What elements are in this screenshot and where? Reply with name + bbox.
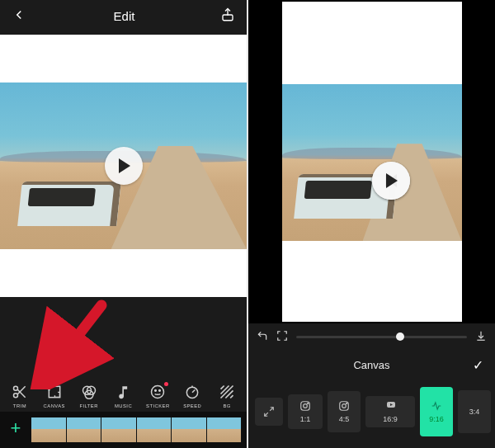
- screen-title: Edit: [28, 9, 220, 23]
- ratio-label: 9:16: [429, 415, 444, 423]
- ratio-label: 4:5: [339, 415, 350, 423]
- bg-icon: [218, 383, 236, 401]
- tool-label: BG: [223, 403, 230, 408]
- ratio-9_16[interactable]: 9:16: [420, 387, 453, 436]
- add-clip-button[interactable]: +: [5, 419, 26, 441]
- transport-bar: [248, 323, 495, 350]
- edit-toolbar: TRIMCANVASFILTERMUSICSTICKERSPEEDBG: [0, 378, 247, 412]
- canvas-preview[interactable]: [248, 0, 495, 323]
- svg-line-21: [270, 408, 273, 411]
- tool-label: SPEED: [183, 403, 201, 408]
- fullscreen-button[interactable]: [276, 330, 288, 343]
- svg-point-27: [342, 404, 346, 408]
- filter-icon: [80, 383, 98, 401]
- ratio-1_1[interactable]: 1:1: [288, 394, 323, 429]
- ratio-label: 3:4: [469, 408, 480, 416]
- ratio-label: 16:9: [383, 415, 398, 423]
- tool-music[interactable]: MUSIC: [107, 383, 140, 408]
- back-button[interactable]: [12, 7, 28, 25]
- play-icon: [119, 158, 130, 173]
- tool-filter[interactable]: FILTER: [73, 383, 106, 408]
- top-bar: Edit: [0, 0, 247, 31]
- tool-label: FILTER: [79, 403, 98, 408]
- export-icon[interactable]: [220, 7, 235, 25]
- undo-button[interactable]: [257, 330, 268, 343]
- aspect-ratio-row: 1:14:516:99:163:44:3: [248, 380, 495, 444]
- svg-point-10: [155, 390, 157, 392]
- scrubber-knob[interactable]: [396, 332, 404, 341]
- timeline[interactable]: [31, 417, 242, 442]
- ratio-free[interactable]: [255, 398, 283, 426]
- video-preview[interactable]: [0, 35, 247, 297]
- svg-point-11: [159, 390, 161, 392]
- speed-icon: [183, 383, 201, 401]
- svg-point-24: [304, 404, 308, 408]
- trim-icon: [11, 383, 29, 401]
- play-button[interactable]: [372, 162, 410, 200]
- canvas-icon: [45, 383, 64, 401]
- app-icon: [431, 400, 442, 412]
- tool-sticker[interactable]: STICKER: [141, 383, 174, 408]
- play-icon: [386, 173, 398, 188]
- svg-rect-0: [223, 15, 233, 21]
- download-button[interactable]: [475, 330, 487, 343]
- edit-screen: Edit TRIMCANVASFILTERMUSICSTICKERSPEEDBG: [0, 0, 247, 448]
- ratio-4_5[interactable]: 4:5: [328, 391, 361, 432]
- instagram-icon: [338, 400, 350, 412]
- play-button[interactable]: [105, 147, 143, 185]
- svg-line-19: [230, 395, 233, 398]
- ratio-16_9[interactable]: 16:9: [365, 396, 415, 427]
- confirm-button[interactable]: ✓: [473, 357, 483, 373]
- panel-title: Canvas: [353, 359, 389, 371]
- scrubber[interactable]: [296, 336, 467, 338]
- svg-line-13: [192, 390, 195, 393]
- svg-line-15: [221, 386, 224, 389]
- svg-line-22: [265, 413, 268, 416]
- ratio-3_4[interactable]: 3:4: [458, 390, 491, 433]
- music-icon: [115, 383, 133, 401]
- tool-bg[interactable]: BG: [210, 383, 243, 408]
- svg-point-25: [308, 403, 309, 403]
- timeline-strip: +: [0, 412, 247, 448]
- tool-canvas[interactable]: CANVAS: [38, 383, 71, 408]
- tool-label: TRIM: [13, 403, 26, 408]
- instagram-icon: [299, 400, 311, 412]
- tool-trim[interactable]: TRIM: [3, 383, 36, 408]
- panel-title-row: Canvas ✓: [248, 350, 495, 380]
- tool-label: MUSIC: [115, 403, 132, 408]
- ratio-label: 1:1: [300, 415, 311, 423]
- svg-point-28: [346, 403, 347, 403]
- tool-label: STICKER: [146, 403, 170, 408]
- tool-speed[interactable]: SPEED: [176, 383, 209, 408]
- svg-point-9: [152, 386, 164, 398]
- expand-icon: [263, 406, 275, 417]
- tool-label: CANVAS: [44, 403, 65, 408]
- youtube-icon: [384, 400, 396, 412]
- canvas-screen: Canvas ✓ 1:14:516:99:163:44:3: [248, 0, 495, 448]
